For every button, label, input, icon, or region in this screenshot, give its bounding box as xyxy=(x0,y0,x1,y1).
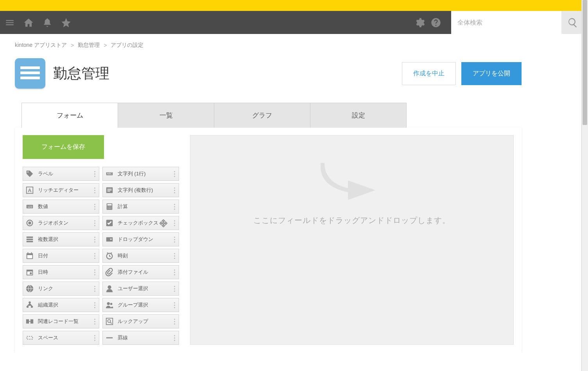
field-check[interactable]: チェックボックス xyxy=(102,216,179,230)
grab-handle-icon xyxy=(93,286,97,292)
grab-handle-icon xyxy=(172,302,176,308)
help-icon[interactable] xyxy=(430,17,442,29)
scrollbar[interactable] xyxy=(581,0,588,353)
field-label: 日付 xyxy=(38,252,93,259)
lookup-icon xyxy=(104,316,115,326)
gear-icon[interactable] xyxy=(414,17,425,29)
tag-icon xyxy=(25,169,35,179)
field-label: 計算 xyxy=(118,203,172,210)
search-button[interactable] xyxy=(561,11,584,34)
field-line[interactable]: 罫線 xyxy=(102,331,179,345)
field-dropdown[interactable]: ドロップダウン xyxy=(102,232,179,246)
field-label: ラベル xyxy=(38,170,93,177)
field-space[interactable]: スペース xyxy=(23,331,99,345)
field-link[interactable]: リンク xyxy=(23,282,99,296)
field-label: スペース xyxy=(38,334,93,341)
svg-point-15 xyxy=(109,208,110,209)
field-textm[interactable]: 文字列 (複数行) xyxy=(102,183,179,197)
date-icon xyxy=(25,251,35,261)
drop-hint-text: ここにフィールドをドラッグアンドドロップします。 xyxy=(253,215,450,226)
tab-graph[interactable]: グラフ xyxy=(214,103,310,128)
field-related[interactable]: 関連レコード一覧 xyxy=(23,314,99,328)
field-time[interactable]: 時刻 xyxy=(102,249,179,263)
svg-point-16 xyxy=(111,208,111,209)
field-num[interactable]: 123数値 xyxy=(23,200,99,214)
publish-button[interactable]: アプリを公開 xyxy=(461,62,522,85)
field-label: リンク xyxy=(38,285,93,292)
space-icon xyxy=(25,333,35,343)
svg-rect-10 xyxy=(108,204,112,206)
svg-point-18 xyxy=(28,221,31,224)
svg-rect-39 xyxy=(26,319,29,324)
svg-rect-41 xyxy=(106,318,113,325)
field-attach[interactable]: 添付ファイル xyxy=(102,265,179,279)
search-input[interactable] xyxy=(451,11,561,34)
field-lookup[interactable]: ルックアップ xyxy=(102,314,179,328)
svg-point-12 xyxy=(109,207,110,207)
grab-handle-icon xyxy=(93,237,97,243)
svg-text:A: A xyxy=(28,187,31,193)
grab-handle-icon xyxy=(172,319,176,325)
bell-icon[interactable] xyxy=(41,17,53,29)
star-icon[interactable] xyxy=(60,17,72,29)
radio-icon xyxy=(25,218,35,228)
field-text1[interactable]: ABC文字列 (1行) xyxy=(102,167,179,181)
svg-point-13 xyxy=(111,207,111,207)
field-radio[interactable]: ラジオボタン xyxy=(23,216,99,230)
field-tag[interactable]: ラベル xyxy=(23,167,99,181)
grab-handle-icon xyxy=(93,171,97,177)
grab-handle-icon xyxy=(172,335,176,341)
svg-point-31 xyxy=(30,272,32,275)
tab-form[interactable]: フォーム xyxy=(22,103,118,128)
grab-handle-icon xyxy=(172,204,176,210)
svg-rect-27 xyxy=(31,252,32,254)
text1-icon: ABC xyxy=(104,169,115,179)
home-icon[interactable] xyxy=(23,17,34,29)
field-multi[interactable]: 複数選択 xyxy=(23,232,99,246)
svg-point-1 xyxy=(27,171,29,173)
grab-handle-icon xyxy=(172,171,176,177)
tabs: フォーム 一覧 グラフ 設定 xyxy=(15,103,522,128)
drop-area[interactable]: ここにフィールドをドラッグアンドドロップします。 xyxy=(190,135,514,345)
dropdown-icon xyxy=(104,234,115,244)
drop-arrow-icon xyxy=(321,159,383,206)
tab-settings[interactable]: 設定 xyxy=(310,103,407,128)
group-icon xyxy=(104,300,115,310)
svg-point-11 xyxy=(108,207,108,207)
datetime-icon xyxy=(25,267,35,277)
grab-handle-icon xyxy=(93,269,97,275)
field-rich[interactable]: Aリッチエディター xyxy=(23,183,99,197)
save-form-button[interactable]: フォームを保存 xyxy=(23,135,104,159)
field-label: 複数選択 xyxy=(38,236,93,243)
field-date[interactable]: 日付 xyxy=(23,249,99,263)
breadcrumb-link-1[interactable]: 勤怠管理 xyxy=(78,42,100,49)
app-icon xyxy=(15,58,45,89)
related-icon xyxy=(25,316,35,326)
svg-text:ABC: ABC xyxy=(107,172,112,175)
menu-icon[interactable] xyxy=(4,17,16,29)
field-group[interactable]: グループ選択 xyxy=(102,298,179,312)
field-datetime[interactable]: 日時 xyxy=(23,265,99,279)
svg-point-37 xyxy=(107,302,110,305)
field-label: 添付ファイル xyxy=(118,269,172,276)
tab-list[interactable]: 一覧 xyxy=(118,103,214,128)
svg-point-36 xyxy=(31,306,33,308)
check-icon xyxy=(104,218,115,228)
rich-icon: A xyxy=(25,185,35,195)
cancel-button[interactable]: 作成を中止 xyxy=(402,62,456,85)
field-calc[interactable]: 計算 xyxy=(102,200,179,214)
field-label: 時刻 xyxy=(118,252,172,259)
link-icon xyxy=(25,284,35,294)
svg-rect-20 xyxy=(27,237,33,238)
breadcrumb-link-0[interactable]: kintone アプリストア xyxy=(15,42,67,49)
field-label: グループ選択 xyxy=(118,301,172,309)
field-user[interactable]: ユーザー選択 xyxy=(102,282,179,296)
main-toolbar xyxy=(0,11,588,34)
org-icon xyxy=(25,300,35,310)
grab-handle-icon xyxy=(93,187,97,193)
grab-handle-icon xyxy=(93,319,97,325)
multi-icon xyxy=(25,234,35,244)
form-builder: フォームを保存 ラベルABC文字列 (1行)Aリッチエディター文字列 (複数行)… xyxy=(15,127,522,353)
field-org[interactable]: 組織選択 xyxy=(23,298,99,312)
field-label: 関連レコード一覧 xyxy=(38,318,93,325)
